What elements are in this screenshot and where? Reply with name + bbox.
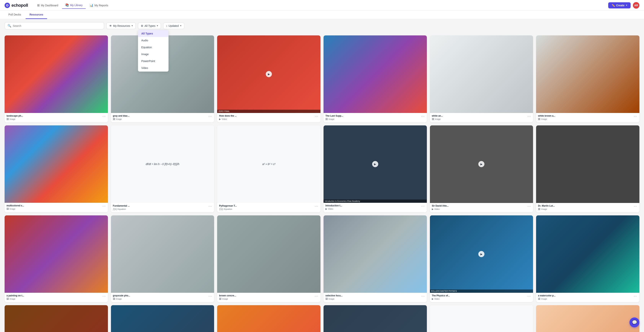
tab-resources[interactable]: Resources bbox=[26, 11, 47, 19]
card-more-button[interactable]: ⋯ bbox=[208, 115, 212, 118]
card-more-button[interactable]: ⋯ bbox=[633, 115, 638, 118]
card-type: 🖼 Image bbox=[432, 118, 527, 120]
card-title: Sir David Atte... bbox=[432, 204, 527, 207]
chat-fab[interactable]: 💬 bbox=[630, 317, 640, 327]
type-option-equation[interactable]: Equation bbox=[138, 44, 168, 51]
card-more-button[interactable]: ⋯ bbox=[314, 204, 318, 208]
card-title: The Physics of... bbox=[432, 294, 527, 297]
type-option-audio[interactable]: Audio bbox=[138, 37, 168, 44]
resource-card[interactable]: a painting on t... 🖼 Image ⋯ bbox=[4, 215, 108, 302]
type-label: Image bbox=[541, 298, 547, 300]
resource-card[interactable]: grayscale pho... 🖼 Image ⋯ bbox=[111, 215, 214, 302]
card-type: ƒ(x) Equation bbox=[113, 208, 208, 210]
pencil-icon: ✏️ bbox=[612, 4, 615, 7]
resource-card[interactable]: ▶ Sir David Atte... ▶ Video ⋯ bbox=[430, 125, 533, 212]
card-more-button[interactable]: ⋯ bbox=[527, 115, 531, 118]
type-label: Image bbox=[10, 298, 16, 300]
card-info: a painting on t... 🖼 Image bbox=[6, 294, 102, 300]
card-title: The Last Supp... bbox=[326, 115, 421, 117]
card-title: white brown a... bbox=[538, 115, 633, 117]
card-thumbnail bbox=[111, 305, 214, 332]
card-more-button[interactable]: ⋯ bbox=[208, 294, 212, 298]
logo[interactable]: echopoll bbox=[4, 3, 28, 8]
resource-card[interactable]: selective focu... 🖼 Image ⋯ bbox=[324, 215, 427, 302]
eye-icon: 👁 bbox=[109, 24, 112, 27]
type-icon: 🖼 bbox=[326, 118, 328, 120]
card-more-button[interactable]: ⋯ bbox=[208, 204, 212, 208]
card-more-button[interactable]: ⋯ bbox=[314, 115, 318, 118]
resource-card[interactable]: man standing ... 🖼 Image ⋯ bbox=[111, 305, 214, 332]
resource-card[interactable]: multicolored s... 🖼 Image ⋯ bbox=[4, 125, 108, 212]
card-title: Introduction t... bbox=[326, 204, 421, 207]
type-label: Video bbox=[222, 118, 227, 120]
nav-item-dashboard[interactable]: ⊞ My Dashboard bbox=[34, 2, 61, 9]
card-type: 🖼 Image bbox=[538, 118, 633, 120]
resource-card[interactable]: ▶ ZERO FINAL How does the ... ▶ Video ⋯ bbox=[217, 36, 320, 122]
type-icon: 🖼 bbox=[538, 208, 540, 210]
card-title: Fundamental ... bbox=[113, 204, 208, 207]
card-more-button[interactable]: ⋯ bbox=[527, 204, 531, 208]
card-more-button[interactable]: ⋯ bbox=[633, 294, 638, 298]
nav-item-library[interactable]: 📚 My Library bbox=[62, 2, 86, 9]
resource-card[interactable]: a watercolor p... 🖼 Image ⋯ bbox=[536, 215, 640, 302]
resource-card[interactable]: Ai.pptx 📊 PowerPoint ⋯ bbox=[217, 305, 320, 332]
resource-card[interactable]: x = (−b ± √(b²−4ac)) / 2a Quadratic For.… bbox=[430, 305, 533, 332]
type-option-video[interactable]: Video bbox=[138, 65, 168, 71]
card-more-button[interactable]: ⋯ bbox=[102, 204, 106, 208]
search-input[interactable] bbox=[13, 24, 101, 27]
resource-card[interactable]: ▶ Introduction to Economics Khan Academy… bbox=[324, 125, 427, 212]
card-more-button[interactable]: ⋯ bbox=[102, 115, 106, 118]
resource-card[interactable]: The Last Supp... 🖼 Image ⋯ bbox=[324, 36, 427, 122]
reports-icon: 📊 bbox=[90, 4, 93, 7]
my-resources-button[interactable]: 👁 My Resources ▾ bbox=[106, 23, 136, 29]
all-types-button[interactable]: ⚙ All Types ▾ bbox=[138, 23, 161, 29]
type-label: Image bbox=[541, 118, 547, 120]
resource-card[interactable]: person carryi... 🖼 Image ⋯ bbox=[4, 305, 108, 332]
resource-card[interactable]: white plastic b... 🖼 Image ⋯ bbox=[536, 305, 640, 332]
card-thumbnail bbox=[324, 215, 427, 293]
create-button[interactable]: ✏️ Create ▾ bbox=[608, 2, 630, 9]
card-thumbnail: df/dt = lim h→0 [f(t+h)−f(t)]/h bbox=[111, 125, 214, 203]
card-footer: a painting on t... 🖼 Image ⋯ bbox=[4, 293, 108, 302]
card-type: 🖼 Image bbox=[219, 297, 314, 300]
resource-card[interactable]: ▶ ROLLERCOASTER PHYSICS The Physics of..… bbox=[430, 215, 533, 302]
type-label: Image bbox=[541, 208, 547, 210]
resource-card[interactable]: white brown a... 🖼 Image ⋯ bbox=[536, 36, 640, 122]
type-option-powerpoint[interactable]: PowerPoint bbox=[138, 58, 168, 65]
card-more-button[interactable]: ⋯ bbox=[421, 294, 425, 298]
card-more-button[interactable]: ⋯ bbox=[421, 204, 425, 208]
card-more-button[interactable]: ⋯ bbox=[314, 294, 318, 298]
card-thumbnail: a² + b² = c² bbox=[217, 125, 320, 203]
updated-button[interactable]: ↕ Updated ▾ bbox=[163, 23, 184, 29]
card-thumbnail bbox=[324, 36, 427, 113]
card-more-button[interactable]: ⋯ bbox=[102, 294, 106, 298]
type-option-all[interactable]: All Types bbox=[138, 30, 168, 37]
card-thumbnail bbox=[536, 215, 640, 293]
card-title: brown concre... bbox=[219, 294, 314, 297]
card-more-button[interactable]: ⋯ bbox=[527, 294, 531, 298]
card-title: Pythagorean T... bbox=[219, 204, 314, 207]
nav-item-reports-label: My Reports bbox=[94, 4, 108, 7]
card-type: 🖼 Image bbox=[6, 118, 102, 120]
resource-card[interactable]: student sittin... 🖼 Image ⋯ bbox=[324, 305, 427, 332]
card-info: a watercolor p... 🖼 Image bbox=[538, 294, 633, 300]
card-thumbnail bbox=[430, 36, 533, 113]
resource-card[interactable]: brown concre... 🖼 Image ⋯ bbox=[217, 215, 320, 302]
type-label: Video bbox=[434, 208, 440, 210]
resource-card[interactable]: white an... 🖼 Image ⋯ bbox=[430, 36, 533, 122]
type-option-image[interactable]: Image bbox=[138, 51, 168, 58]
resource-card[interactable]: Dr. Martin Lut... 🖼 Image ⋯ bbox=[536, 125, 640, 212]
resource-card[interactable]: a² + b² = c² Pythagorean T... ƒ(x) Equat… bbox=[217, 125, 320, 212]
type-icon: 🖼 bbox=[432, 118, 434, 120]
my-resources-label: My Resources bbox=[113, 24, 130, 27]
card-more-button[interactable]: ⋯ bbox=[633, 204, 638, 208]
nav-item-reports[interactable]: 📊 My Reports bbox=[86, 2, 111, 9]
card-info: Fundamental ... ƒ(x) Equation bbox=[113, 204, 208, 210]
tab-poll-decks[interactable]: Poll Decks bbox=[4, 11, 25, 19]
card-footer: The Last Supp... 🖼 Image ⋯ bbox=[324, 113, 427, 122]
type-icon: ▶ bbox=[432, 208, 434, 210]
resource-card[interactable]: landscape ph... 🖼 Image ⋯ bbox=[4, 36, 108, 122]
card-more-button[interactable]: ⋯ bbox=[421, 115, 425, 118]
avatar-button[interactable]: AR bbox=[633, 2, 640, 9]
resource-card[interactable]: df/dt = lim h→0 [f(t+h)−f(t)]/h Fundamen… bbox=[111, 125, 214, 212]
